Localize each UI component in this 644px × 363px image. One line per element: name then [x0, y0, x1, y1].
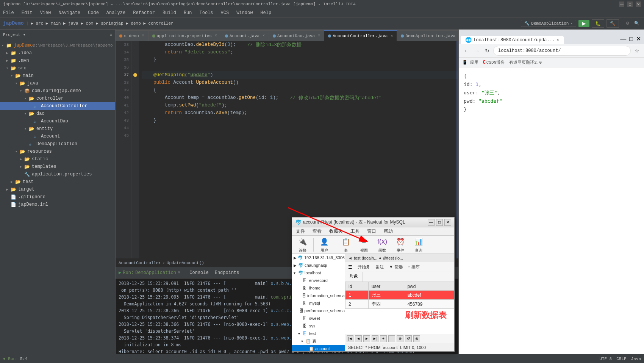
nav-next-btn[interactable]: ►: [363, 335, 370, 342]
menu-refactor[interactable]: Refactor: [131, 9, 156, 16]
nav-conn-localhost[interactable]: ▾ 🐬 localhost: [292, 269, 345, 277]
tree-item-appprops[interactable]: 🔧 application.properties: [0, 171, 115, 178]
tab-appprops[interactable]: application.properties ×: [148, 30, 221, 41]
menu-tools[interactable]: Tools: [198, 9, 215, 16]
nav-db-ihome[interactable]: 🗄 ihome: [292, 284, 345, 292]
nav-table-account[interactable]: 📋 account: [292, 345, 345, 351]
navicat-table-area[interactable]: id user pwd 1 张三 abcdef: [345, 282, 454, 334]
bookmark-csdn[interactable]: CCSDN博客: [483, 59, 505, 65]
tab-close[interactable]: ×: [391, 34, 393, 38]
nav-add-btn[interactable]: +: [380, 335, 387, 342]
tree-item-idea[interactable]: ▶ 📁 .idea: [0, 49, 115, 57]
browser-minimize[interactable]: —: [619, 34, 628, 44]
nav-menu-window[interactable]: 窗口: [365, 227, 378, 235]
menu-view[interactable]: View: [39, 9, 53, 16]
menu-window[interactable]: Window: [235, 9, 254, 16]
nav-obj-tab-active[interactable]: 对象: [345, 272, 363, 282]
tree-item-accountdao[interactable]: ☕ AccountDao: [0, 117, 115, 125]
table-row-2[interactable]: 2 李四 456789: [345, 300, 454, 309]
navicat-event-btn[interactable]: ⏰ 事件: [393, 236, 408, 254]
nav-db-perf[interactable]: 🗄 performance_schema: [292, 307, 345, 314]
tab-demoapplication-java[interactable]: DemoApplication.java ×: [397, 30, 458, 41]
endpoints-tab[interactable]: Endpoints: [215, 270, 239, 275]
nav-db-envrecord[interactable]: 🗄 envrecord: [292, 277, 345, 284]
tree-item-java[interactable]: ▾ 📂 java: [0, 80, 115, 87]
tab-accountdao-java[interactable]: AccountDao.java ×: [269, 30, 324, 41]
nav-sort-btn[interactable]: ↕ 排序: [406, 264, 421, 270]
nav-bc-account[interactable]: @test (lo...: [383, 256, 403, 260]
nav-prev-btn[interactable]: ◄: [355, 335, 362, 342]
browser-close[interactable]: ✕: [635, 34, 642, 44]
tree-item-templates[interactable]: ▶ 📂 templates: [0, 163, 115, 171]
nav-bc-back[interactable]: ◄: [348, 256, 352, 260]
navicat-maximize[interactable]: □: [436, 219, 443, 226]
nav-first-btn[interactable]: |◄: [347, 335, 353, 342]
menu-file[interactable]: File: [2, 9, 16, 16]
nav-note-btn[interactable]: 备注: [374, 264, 385, 270]
url-bar[interactable]: localhost:8080/account/: [493, 46, 631, 56]
tree-item-demoapplication[interactable]: ☕ DemoApplication: [0, 140, 115, 148]
nav-tables-group[interactable]: ▾ 📋 表: [292, 337, 345, 345]
tree-item-static[interactable]: ▶ 📂 static: [0, 155, 115, 163]
menu-build[interactable]: Build: [161, 9, 178, 16]
menu-analyze[interactable]: Analyze: [105, 9, 127, 16]
toolbar-extra-2[interactable]: 🔍: [633, 20, 641, 27]
nav-start-btn[interactable]: 开始务: [356, 264, 372, 270]
nav-conn-2[interactable]: ▶ 🐬 chaunghaiqi: [292, 261, 345, 269]
navicat-func-btn[interactable]: f(x) 函数: [375, 236, 390, 254]
breadcrumb-accountcontroller[interactable]: AccountController: [119, 261, 161, 265]
nav-menu-favorites[interactable]: 收藏夹: [327, 227, 345, 235]
table-row-1[interactable]: 1 张三 abcdef: [345, 291, 454, 300]
navicat-view-btn[interactable]: 👁 视图: [356, 236, 372, 254]
tree-item-target[interactable]: ▶ 📂 target: [0, 186, 115, 193]
tab-account-java[interactable]: Account.java ×: [221, 30, 269, 41]
tree-item-account-entity[interactable]: ☕ Account: [0, 133, 115, 140]
tree-item-iml[interactable]: 📄 japDemo.iml: [0, 201, 115, 208]
sidebar-settings-icon[interactable]: ⚙: [109, 32, 112, 37]
tree-item-test[interactable]: ▶ 📂 test: [0, 178, 115, 186]
tree-item-entity[interactable]: ▾ 📂 entity: [0, 125, 115, 133]
browser-active-tab[interactable]: 🌐 localhost:8080/account/upda... ×: [461, 36, 564, 44]
close-button[interactable]: ✕: [636, 2, 641, 7]
minimize-button[interactable]: —: [619, 2, 624, 7]
nav-menu-icon[interactable]: ☰: [347, 264, 354, 270]
nav-conn-1[interactable]: ▶ 🐬 192.168.31.149_3306: [292, 254, 345, 261]
navicat-minimize[interactable]: —: [428, 219, 435, 226]
nav-db-test[interactable]: ▾ 🗄 test: [292, 330, 345, 337]
run-button[interactable]: ▶: [578, 20, 589, 27]
menu-help[interactable]: Help: [259, 9, 273, 16]
tree-item-main[interactable]: ▾ 📂 main: [0, 72, 115, 80]
menu-vcs[interactable]: VCS: [219, 9, 231, 16]
tab-close[interactable]: ×: [142, 34, 144, 38]
nav-db-mysql[interactable]: 🗄 mysql: [292, 299, 345, 307]
console-tab[interactable]: Console: [189, 270, 208, 275]
tree-item-package[interactable]: ▾ 📦 com.springjap.demo: [0, 87, 115, 95]
tab-close[interactable]: ×: [215, 34, 217, 38]
navicat-close[interactable]: ✕: [444, 219, 451, 226]
run-config[interactable]: 🔧 DemoApplication ▾: [521, 20, 576, 27]
menu-run[interactable]: Run: [182, 9, 194, 16]
nav-bc-test[interactable]: test (localh...: [354, 256, 377, 260]
browser-tab-close[interactable]: ×: [556, 38, 559, 42]
back-button[interactable]: ←: [462, 46, 470, 55]
nav-menu-file[interactable]: 文件: [294, 227, 307, 235]
build-button[interactable]: 🔨: [606, 19, 619, 28]
tree-item-dao[interactable]: ▾ 📂 dao: [0, 110, 115, 117]
bookmark-button[interactable]: ☆: [633, 46, 641, 55]
nav-stop-btn[interactable]: ⊗: [413, 335, 420, 342]
menu-code[interactable]: Code: [86, 9, 100, 16]
nav-refresh-ctrl-btn[interactable]: ↺: [405, 335, 412, 342]
tree-item-gitignore[interactable]: 📄 .gitignore: [0, 193, 115, 201]
navicat-connect-btn[interactable]: 🔌 连接: [295, 236, 310, 254]
tree-item-resources[interactable]: ▾ 📂 resources: [0, 148, 115, 155]
tree-item-mvn[interactable]: ▶ 📁 .mvn: [0, 57, 115, 64]
menu-navigate[interactable]: Navigate: [57, 9, 82, 16]
nav-del-btn[interactable]: -: [388, 335, 395, 342]
forward-button[interactable]: →: [473, 46, 481, 55]
tree-item-src[interactable]: ▾ 📂 src: [0, 64, 115, 72]
nav-db-sweet[interactable]: 🗄 sweet: [292, 314, 345, 322]
nav-menu-tools[interactable]: 工具: [348, 227, 362, 235]
nav-db-infoschema[interactable]: 🗄 information_schema: [292, 292, 345, 299]
nav-last-btn[interactable]: ►|: [372, 335, 378, 342]
nav-copy-btn[interactable]: ⊕: [397, 335, 403, 342]
